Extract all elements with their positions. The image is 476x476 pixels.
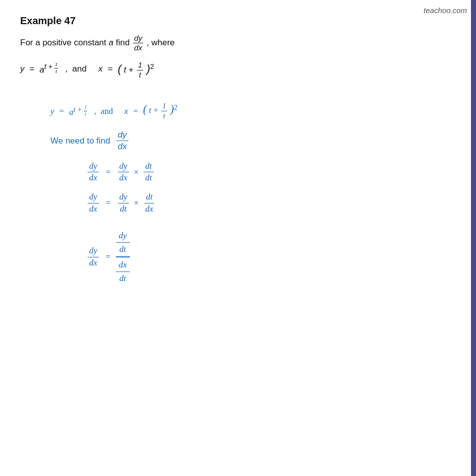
sol-x-var: x <box>124 106 128 116</box>
eq3-lhs: dy dx <box>88 246 99 268</box>
problem-find: find <box>116 38 129 47</box>
sol-equals-2: = <box>133 106 138 116</box>
eq1-times: × <box>134 167 139 177</box>
problem-and-1: , and <box>65 59 91 78</box>
eq2-equals: = <box>106 198 111 208</box>
right-bar-decoration <box>471 0 476 476</box>
problem-var-a: a <box>109 38 113 47</box>
brand-logo: teachoo.com <box>424 6 467 15</box>
sol-y-var: y <box>50 106 54 116</box>
equation-row-3: dy dx = dy dt dx dt <box>86 229 451 285</box>
eq3-compound-frac: dy dt dx dt <box>116 229 130 285</box>
eq2-rhs2: dt dx <box>144 192 155 214</box>
eq2-lhs: dy dx <box>88 192 99 214</box>
sol-y-expr: at + 1 t <box>69 104 87 117</box>
sol-and: , and <box>94 106 117 116</box>
problem-equals-2: = <box>108 59 113 78</box>
sol-equals-1: = <box>59 106 64 116</box>
problem-intro: For a positive constant <box>20 38 106 47</box>
sol-x-expr: ( t + 1 t )2 <box>143 101 177 121</box>
problem-where: , where <box>147 38 175 47</box>
problem-y-var: y <box>20 59 25 78</box>
eq1-rhs1: dy dx <box>118 161 129 183</box>
eq2-rhs1: dy dt <box>118 192 129 214</box>
equation-row-2: dy dx = dy dt × dt dx <box>86 192 451 214</box>
problem-equals-1: = <box>30 59 35 78</box>
eq1-equals: = <box>106 167 111 177</box>
page: teachoo.com Example 47 For a positive co… <box>0 0 476 476</box>
eq1-lhs: dy dx <box>88 161 99 183</box>
equation-row-1: dy dx = dy dx × dt dt <box>86 161 451 183</box>
example-title: Example 47 <box>20 15 451 27</box>
eq3-equals: = <box>106 252 111 262</box>
we-need-dydx: dy dx <box>114 130 130 152</box>
we-need-label: We need to find <box>50 136 110 146</box>
problem-dydx-fraction: dy dx <box>132 38 147 47</box>
eq2-times: × <box>134 198 139 208</box>
problem-x-var: x <box>98 59 103 78</box>
problem-x-expr: ( t + 1 t )2 <box>118 57 154 82</box>
eq1-rhs2: dt dt <box>144 161 153 183</box>
problem-y-expr: at + 1 t <box>39 59 58 79</box>
